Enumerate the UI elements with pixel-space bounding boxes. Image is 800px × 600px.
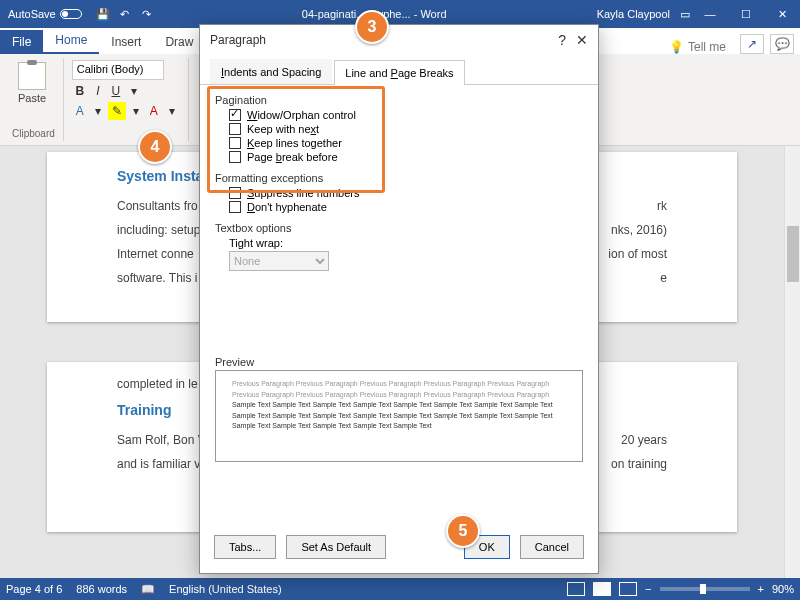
word-count[interactable]: 886 words: [76, 583, 127, 595]
pagination-group: Pagination Widow/Orphan control Keep wit…: [214, 93, 584, 165]
font-name-selector[interactable]: Calibri (Body): [72, 60, 164, 80]
preview-box: Previous Paragraph Previous Paragraph Pr…: [215, 370, 583, 462]
body-text: software. This i: [117, 266, 197, 290]
tell-me-label: Tell me: [688, 40, 726, 54]
share-controls: ↗ 💬: [734, 34, 800, 54]
print-layout-button[interactable]: [593, 582, 611, 596]
tab-indents-spacing[interactable]: Indents and Spacing: [210, 59, 332, 84]
scrollbar-thumb[interactable]: [787, 226, 799, 282]
clipboard-icon: [18, 62, 46, 90]
checkbox-icon[interactable]: [229, 137, 241, 149]
paste-label: Paste: [12, 92, 52, 104]
paragraph-dialog: Paragraph ? ✕ Indents and Spacing Line a…: [199, 24, 599, 574]
body-text: ion of most: [608, 242, 667, 266]
tab-home[interactable]: Home: [43, 28, 99, 54]
preview-group: Preview Previous Paragraph Previous Para…: [214, 355, 584, 463]
autosave-toggle[interactable]: AutoSave: [0, 8, 90, 20]
keep-with-next-option[interactable]: Keep with next: [215, 122, 583, 136]
chevron-down-icon[interactable]: ▾: [164, 102, 180, 120]
body-text: nks, 2016): [611, 218, 667, 242]
user-name[interactable]: Kayla Claypool: [589, 8, 678, 20]
paste-button[interactable]: Paste: [12, 60, 52, 104]
widow-orphan-option[interactable]: Widow/Orphan control: [215, 108, 583, 122]
dont-hyphenate-option[interactable]: Don't hyphenate: [215, 200, 583, 214]
formatting-exceptions-group: Formatting exceptions Suppress line numb…: [214, 171, 584, 215]
toggle-off-icon: [60, 9, 82, 19]
autosave-label: AutoSave: [8, 8, 56, 20]
redo-icon[interactable]: ↷: [140, 7, 154, 21]
tab-line-page-breaks[interactable]: Line and Page Breaks: [334, 60, 464, 85]
group-title: Preview: [215, 356, 583, 368]
zoom-slider[interactable]: [660, 587, 750, 591]
read-mode-button[interactable]: [567, 582, 585, 596]
dialog-title: Paragraph: [210, 33, 266, 47]
body-text: on training: [611, 452, 667, 476]
comments-button[interactable]: 💬: [770, 34, 794, 54]
tab-insert[interactable]: Insert: [99, 30, 153, 54]
language-indicator[interactable]: English (United States): [169, 583, 282, 595]
body-text: including: setup: [117, 218, 200, 242]
chevron-down-icon[interactable]: ▾: [128, 102, 144, 120]
tight-wrap-label: Tight wrap:: [229, 237, 283, 249]
close-button[interactable]: ✕: [764, 0, 800, 28]
ribbon-options-icon[interactable]: ▭: [678, 7, 692, 21]
tab-draw[interactable]: Draw: [153, 30, 205, 54]
spellcheck-icon[interactable]: 📖: [141, 583, 155, 596]
vertical-scrollbar[interactable]: [784, 146, 800, 578]
zoom-level[interactable]: 90%: [772, 583, 794, 595]
dialog-body: Pagination Widow/Orphan control Keep wit…: [200, 85, 598, 525]
preview-previous-line: Previous Paragraph Previous Paragraph Pr…: [232, 379, 566, 400]
share-button[interactable]: ↗: [740, 34, 764, 54]
tight-wrap-select[interactable]: None: [229, 251, 329, 271]
tab-file[interactable]: File: [0, 30, 43, 54]
zoom-in-button[interactable]: +: [758, 583, 764, 595]
dialog-tabs: Indents and Spacing Line and Page Breaks: [200, 59, 598, 85]
underline-button[interactable]: U: [108, 82, 124, 100]
bold-button[interactable]: B: [72, 82, 88, 100]
italic-button[interactable]: I: [90, 82, 106, 100]
highlight-button[interactable]: ✎: [108, 102, 126, 120]
checkbox-icon[interactable]: [229, 201, 241, 213]
help-button[interactable]: ?: [558, 32, 566, 48]
web-layout-button[interactable]: [619, 582, 637, 596]
checkbox-checked-icon[interactable]: [229, 109, 241, 121]
clipboard-group-label: Clipboard: [12, 128, 55, 139]
chevron-down-icon[interactable]: ▾: [90, 102, 106, 120]
clipboard-group: Paste Clipboard: [4, 58, 64, 141]
font-color-button[interactable]: A: [146, 102, 162, 120]
page-indicator[interactable]: Page 4 of 6: [6, 583, 62, 595]
body-text: Consultants fro: [117, 194, 198, 218]
callout-3: 3: [355, 10, 389, 44]
set-default-button[interactable]: Set As Default: [286, 535, 386, 559]
zoom-out-button[interactable]: −: [645, 583, 651, 595]
close-icon[interactable]: ✕: [576, 32, 588, 48]
page-break-before-option[interactable]: Page break before: [215, 150, 583, 164]
textbox-options-group: Textbox options Tight wrap: None: [214, 221, 584, 273]
tab-label: ndents and Spacing: [224, 66, 321, 78]
tabs-button[interactable]: Tabs...: [214, 535, 276, 559]
group-title: Pagination: [215, 94, 583, 106]
status-bar: Page 4 of 6 886 words 📖 English (United …: [0, 578, 800, 600]
dialog-footer: Tabs... Set As Default OK Cancel: [200, 525, 598, 573]
font-group: Calibri (Body) B I U ▾ A ▾ ✎ ▾ A ▾: [64, 58, 189, 141]
undo-icon[interactable]: ↶: [118, 7, 132, 21]
minimize-button[interactable]: —: [692, 0, 728, 28]
checkbox-icon[interactable]: [229, 187, 241, 199]
zoom-slider-thumb[interactable]: [700, 584, 706, 594]
callout-5: 5: [446, 514, 480, 548]
window-controls: — ☐ ✕: [692, 0, 800, 28]
checkbox-icon[interactable]: [229, 123, 241, 135]
cancel-button[interactable]: Cancel: [520, 535, 584, 559]
maximize-button[interactable]: ☐: [728, 0, 764, 28]
text-effects-button[interactable]: A: [72, 102, 88, 120]
body-text: Internet conne: [117, 242, 194, 266]
suppress-line-numbers-option[interactable]: Suppress line numbers: [215, 186, 583, 200]
lightbulb-icon: 💡: [669, 40, 684, 54]
body-text: rk: [657, 194, 667, 218]
body-text: Sam Rolf, Bon V: [117, 428, 206, 452]
save-icon[interactable]: 💾: [96, 7, 110, 21]
keep-lines-together-option[interactable]: Keep lines together: [215, 136, 583, 150]
checkbox-icon[interactable]: [229, 151, 241, 163]
tell-me-search[interactable]: 💡 Tell me: [661, 40, 734, 54]
chevron-down-icon[interactable]: ▾: [126, 82, 142, 100]
